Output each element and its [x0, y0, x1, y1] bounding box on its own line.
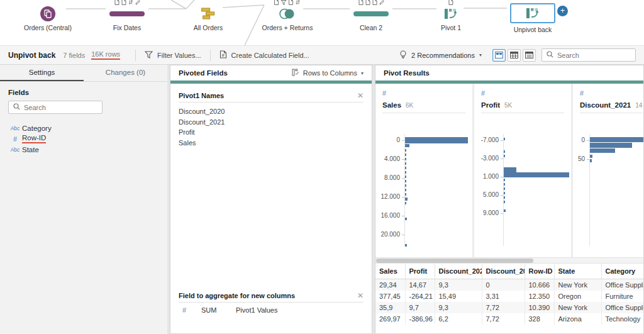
- histogram-bar[interactable]: [405, 158, 406, 160]
- pivot-name-item[interactable]: Sales: [179, 138, 364, 148]
- histogram-bar[interactable]: [504, 138, 505, 140]
- histogram-bar[interactable]: [590, 137, 644, 142]
- fields-search-input[interactable]: [24, 104, 97, 111]
- table-cell: 7,72: [482, 313, 525, 325]
- field-card-sales[interactable]: #Sales6K04.0008.00012.00016.00020.000: [375, 84, 472, 257]
- flow-node-fix-dates[interactable]: Fix Dates: [109, 0, 145, 31]
- column-header[interactable]: Row-ID: [525, 264, 554, 279]
- pivot-mode-dropdown[interactable]: Rows to Columns ▾: [292, 69, 364, 77]
- flow-node-unpivot-back[interactable]: Unpivot back: [510, 0, 555, 33]
- axis-tick-label: -3.000: [474, 155, 499, 162]
- table-row[interactable]: 269,97-386,966,27,72328ArizonaTechnology: [375, 313, 644, 325]
- histogram-bar[interactable]: [405, 244, 407, 247]
- field-count: 7 fields: [63, 52, 85, 59]
- page-badge-icon: [358, 0, 364, 6]
- list-view-button[interactable]: [523, 49, 536, 62]
- flow-node-all-orders[interactable]: All Orders: [194, 0, 223, 31]
- table-cell: 9,7: [405, 302, 435, 313]
- axis-tick-mark: [402, 178, 404, 179]
- histogram-bar[interactable]: [405, 198, 408, 201]
- table-row[interactable]: 29,3414,679,3010.666New YorkOffice Suppl…: [375, 279, 644, 291]
- close-icon[interactable]: ✕: [357, 292, 364, 299]
- histogram-bar[interactable]: [504, 155, 505, 157]
- histogram-bar[interactable]: [590, 155, 592, 158]
- column-header[interactable]: State: [554, 264, 601, 279]
- grid-view-button[interactable]: [508, 49, 521, 62]
- histogram-bar[interactable]: [405, 175, 406, 178]
- histogram-bar[interactable]: [590, 148, 615, 153]
- table-cell: Furniture: [601, 291, 644, 302]
- axis-tick-mark: [402, 159, 404, 160]
- histogram-bar[interactable]: [504, 192, 505, 194]
- card-field-name: Sales: [382, 101, 401, 109]
- histogram-bar[interactable]: [405, 153, 406, 156]
- histogram-bar[interactable]: [405, 189, 406, 191]
- histogram-bar[interactable]: [405, 184, 406, 187]
- field-item[interactable]: AbcState: [0, 144, 167, 155]
- union-step-icon: [194, 6, 223, 21]
- step-title: Unpivot back: [8, 51, 55, 60]
- number-type-icon: #: [182, 306, 201, 314]
- pivot-results-panel: Pivot Results #Sales6K04.0008.00012.0001…: [375, 65, 644, 334]
- step-toolbar: Unpivot back 7 fields 16K rows Filter Va…: [0, 45, 644, 65]
- field-card-profit[interactable]: #Profit5K-7.000-3.0001.0005.0009.000: [474, 84, 571, 257]
- histogram-bar[interactable]: [405, 167, 406, 169]
- pivot-name-item[interactable]: Discount_2020: [179, 106, 364, 117]
- page-badge-icon: [372, 0, 377, 6]
- field-card-discount_2021[interactable]: #Discount_202114050: [573, 84, 644, 257]
- histogram-bar[interactable]: [504, 179, 505, 181]
- histogram-bar[interactable]: [590, 159, 592, 162]
- histogram-bar[interactable]: [504, 209, 506, 212]
- field-item[interactable]: AbcCategory: [0, 123, 167, 133]
- field-item[interactable]: #Row-ID: [0, 133, 167, 144]
- filter-values-button[interactable]: Filter Values...: [145, 51, 201, 60]
- histogram-bar[interactable]: [504, 196, 505, 199]
- scrollbar-thumb[interactable]: [376, 259, 533, 263]
- recommendations-button[interactable]: 2 Recommendations ▾: [399, 50, 482, 60]
- histogram-bar[interactable]: [405, 162, 406, 165]
- histogram-bar[interactable]: [504, 187, 505, 190]
- axis-tick-label: 8.000: [375, 174, 400, 181]
- tab-settings[interactable]: Settings: [0, 65, 84, 81]
- close-icon[interactable]: ✕: [357, 92, 364, 99]
- aggregate-section: Field to aggregate for new columns ✕ # S…: [179, 292, 364, 318]
- column-header[interactable]: Category: [601, 264, 644, 279]
- column-header[interactable]: Discount_2021: [435, 264, 482, 279]
- histogram-bar[interactable]: [405, 202, 406, 204]
- add-step-button[interactable]: +: [557, 6, 568, 16]
- aggregate-row[interactable]: # SUM Pivot1 Values: [179, 303, 364, 318]
- histogram-bar[interactable]: [405, 180, 406, 182]
- histogram-bar[interactable]: [504, 150, 505, 153]
- fields-search[interactable]: [8, 101, 103, 114]
- histogram-bar[interactable]: [405, 149, 406, 152]
- column-header[interactable]: Profit: [405, 264, 435, 279]
- profile-view-button[interactable]: [492, 49, 506, 62]
- histogram-bar[interactable]: [504, 172, 569, 177]
- toolbar-search[interactable]: [541, 48, 636, 62]
- histogram-bar[interactable]: [504, 167, 516, 172]
- flow-node-orders-returns[interactable]: Orders + Returns: [262, 0, 313, 31]
- aggregation-function[interactable]: SUM: [201, 306, 236, 314]
- histogram-bar[interactable]: [405, 171, 406, 174]
- histogram-bar[interactable]: [405, 144, 409, 147]
- table-row[interactable]: 35,99,79,37,7210.390New YorkOffice Suppl…: [375, 302, 644, 313]
- pivot-name-item[interactable]: Discount_2021: [179, 117, 364, 128]
- histogram-bar[interactable]: [504, 183, 505, 186]
- flow-node-clean-2[interactable]: Clean 2: [353, 0, 389, 31]
- axis-tick-label: 4.000: [375, 155, 400, 162]
- tab-changes-0[interactable]: Changes (0): [84, 65, 167, 81]
- pivot-name-item[interactable]: Profit: [179, 127, 364, 138]
- column-header[interactable]: Sales: [375, 264, 405, 279]
- histogram-bar[interactable]: [504, 201, 505, 203]
- table-row[interactable]: 377,45-264,2115,493,3112.350OregonFurnit…: [375, 291, 644, 302]
- histogram-bar[interactable]: [405, 193, 406, 196]
- create-calculated-field-button[interactable]: Create Calculated Field...: [219, 50, 309, 60]
- histogram-bar[interactable]: [405, 218, 407, 220]
- search-input[interactable]: [557, 52, 631, 59]
- flow-node-pivot-1[interactable]: Pivot 1: [441, 0, 461, 31]
- histogram-bar[interactable]: [590, 143, 632, 148]
- histogram-bar[interactable]: [405, 137, 468, 143]
- column-header[interactable]: Discount_2020: [482, 264, 525, 279]
- join-step-icon: [262, 6, 313, 21]
- flow-node-orders-central[interactable]: Orders (Central): [24, 0, 72, 31]
